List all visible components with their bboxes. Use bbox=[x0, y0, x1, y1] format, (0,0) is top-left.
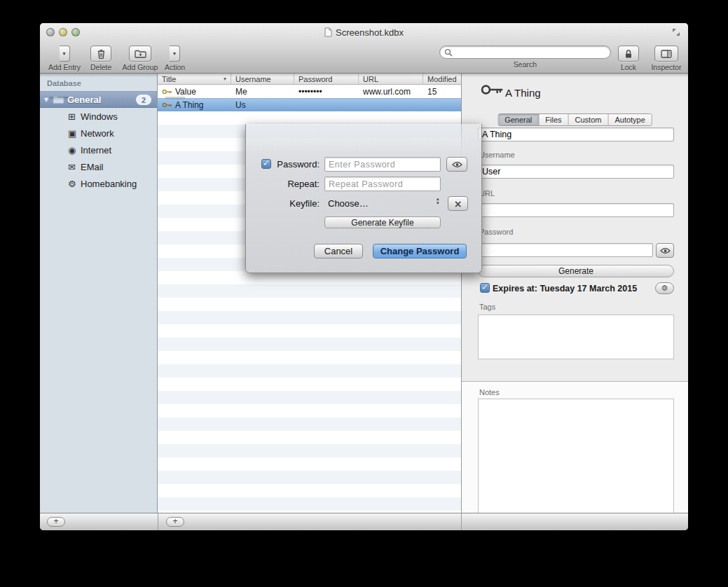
inspector-button[interactable] bbox=[654, 46, 678, 62]
inspector-header: A Thing bbox=[462, 74, 688, 113]
table-row-a-thing[interactable]: A Thing Us bbox=[158, 98, 461, 111]
column-header-modified[interactable]: Modified bbox=[423, 74, 461, 84]
sidebar-group-general[interactable]: ▼ General 2 bbox=[40, 91, 157, 108]
fullscreen-icon[interactable] bbox=[671, 27, 681, 37]
sidebar-item-homebanking[interactable]: ⚙ Homebanking bbox=[40, 175, 157, 192]
sheet-repeat-row: Repeat: bbox=[246, 177, 481, 192]
screen: Screenshot.kdbx ▾ Add Entry bbox=[0, 0, 728, 587]
sidebar-item-label: Windows bbox=[81, 111, 118, 122]
add-group-button[interactable] bbox=[129, 46, 151, 62]
sheet-password-label: Password: bbox=[246, 159, 320, 170]
change-password-sheet: ✓ Password: Repeat: Keyfile: bbox=[245, 124, 482, 273]
delete-button[interactable] bbox=[90, 46, 111, 62]
password-label: Password bbox=[479, 228, 513, 236]
sidebar-item-windows[interactable]: ⊞ Windows bbox=[40, 108, 157, 125]
close-x-icon: × bbox=[454, 198, 462, 209]
search-field[interactable] bbox=[439, 46, 611, 59]
column-header-url[interactable]: URL bbox=[359, 74, 423, 84]
notes-section: Notes bbox=[462, 382, 688, 513]
app-window: Screenshot.kdbx ▾ Add Entry bbox=[40, 23, 688, 530]
sidebar-item-label: EMail bbox=[81, 162, 104, 172]
eye-icon bbox=[452, 161, 462, 168]
tab-general[interactable]: General bbox=[498, 114, 539, 125]
table-row-value[interactable]: Value Me •••••••• www.url.com 15 bbox=[158, 85, 461, 98]
lock-group: Lock bbox=[618, 46, 639, 71]
keyfile-popup[interactable]: Choose… bbox=[328, 198, 369, 209]
url-field[interactable] bbox=[478, 203, 674, 217]
document-icon bbox=[324, 27, 332, 37]
change-password-button[interactable]: Change Password bbox=[373, 244, 467, 258]
reveal-password-button[interactable] bbox=[446, 157, 467, 172]
search-input[interactable] bbox=[455, 48, 606, 57]
sidebar-section-header: Database bbox=[40, 74, 157, 91]
tab-autotype[interactable]: Autotype bbox=[608, 114, 651, 125]
action-label: Action bbox=[165, 63, 185, 71]
lock-button[interactable] bbox=[618, 46, 639, 62]
add-entry-button[interactable]: ▾ bbox=[60, 46, 70, 62]
cell-username: Me bbox=[231, 87, 294, 97]
sidebar-item-email[interactable]: ✉ EMail bbox=[40, 158, 157, 175]
search-group: Search bbox=[439, 46, 611, 69]
lock-label: Lock bbox=[621, 63, 636, 71]
inspector-tabs: General Files Custom Autotype bbox=[497, 113, 652, 126]
add-entry-group: ▾ Add Entry bbox=[48, 46, 81, 71]
title-field[interactable] bbox=[478, 127, 674, 141]
action-group: ⚙ ▾ Action bbox=[165, 46, 185, 71]
delete-group: Delete bbox=[90, 46, 111, 71]
search-icon bbox=[444, 48, 453, 57]
add-entry-footer-button[interactable]: + bbox=[166, 517, 184, 527]
stepper-icon[interactable]: ▴▾ bbox=[437, 197, 439, 205]
expires-checkbox[interactable]: ✓ bbox=[480, 283, 490, 293]
add-entry-dropdown[interactable]: ▾ bbox=[60, 46, 70, 62]
email-icon: ✉ bbox=[68, 162, 81, 172]
cell-title: Value bbox=[158, 87, 231, 97]
username-field[interactable] bbox=[478, 165, 674, 179]
tags-input[interactable] bbox=[478, 315, 674, 359]
sheet-keyfile-label: Keyfile: bbox=[246, 198, 320, 209]
password-field[interactable] bbox=[478, 243, 653, 257]
entry-list-header: Title ▾ Username Password URL Modified bbox=[158, 74, 461, 85]
window-chrome: Screenshot.kdbx ▾ Add Entry bbox=[40, 23, 688, 74]
action-button[interactable]: ⚙ ▾ bbox=[170, 46, 180, 62]
tab-custom[interactable]: Custom bbox=[569, 114, 609, 125]
folder-icon bbox=[53, 95, 64, 104]
cancel-button[interactable]: Cancel bbox=[314, 244, 363, 258]
footer-divider bbox=[158, 513, 158, 530]
sidebar-item-label: Homebanking bbox=[81, 179, 137, 189]
inspector-panel: A Thing General Files Custom Autotype Us… bbox=[461, 74, 688, 513]
column-password-label: Password bbox=[298, 75, 332, 83]
delete-label: Delete bbox=[90, 63, 111, 71]
disclosure-triangle-icon[interactable]: ▼ bbox=[40, 97, 53, 103]
sidebar-item-internet[interactable]: ◉ Internet bbox=[40, 141, 157, 158]
action-dropdown[interactable]: ▾ bbox=[170, 46, 180, 62]
column-header-username[interactable]: Username bbox=[231, 74, 294, 84]
cell-password: •••••••• bbox=[294, 87, 359, 97]
cell-modified: 15 bbox=[423, 87, 461, 97]
internet-icon: ◉ bbox=[68, 145, 81, 156]
expires-settings-button[interactable]: ⚙ bbox=[655, 282, 674, 294]
trash-icon bbox=[97, 49, 106, 59]
generate-password-button[interactable]: Generate bbox=[478, 265, 674, 277]
new-password-input[interactable] bbox=[324, 157, 441, 172]
sidebar-item-label: Network bbox=[81, 128, 114, 139]
add-group-footer-button[interactable]: + bbox=[47, 517, 65, 527]
tab-files[interactable]: Files bbox=[539, 114, 568, 125]
window-title: Screenshot.kdbx bbox=[336, 27, 404, 38]
expires-label: Expires at: Tuesday 17 March 2015 bbox=[493, 284, 637, 294]
generate-keyfile-button[interactable]: Generate Keyfile bbox=[324, 216, 441, 228]
sidebar: Database ▼ General 2 ⊞ Windows ▣ Network bbox=[40, 74, 158, 513]
column-header-password[interactable]: Password bbox=[294, 74, 359, 84]
notes-input[interactable] bbox=[478, 399, 674, 530]
key-icon bbox=[162, 88, 172, 95]
clear-keyfile-button[interactable]: × bbox=[448, 196, 468, 211]
add-entry-label: Add Entry bbox=[48, 63, 81, 71]
window-title-wrap: Screenshot.kdbx bbox=[40, 23, 688, 41]
sheet-password-row: ✓ Password: bbox=[246, 157, 481, 172]
titlebar[interactable]: Screenshot.kdbx bbox=[40, 23, 688, 41]
sidebar-item-network[interactable]: ▣ Network bbox=[40, 125, 157, 141]
tags-label: Tags bbox=[479, 303, 495, 311]
repeat-password-input[interactable] bbox=[324, 177, 441, 191]
column-title-label: Title bbox=[162, 75, 176, 83]
column-header-title[interactable]: Title ▾ bbox=[158, 74, 231, 84]
reveal-password-button[interactable] bbox=[656, 243, 674, 258]
